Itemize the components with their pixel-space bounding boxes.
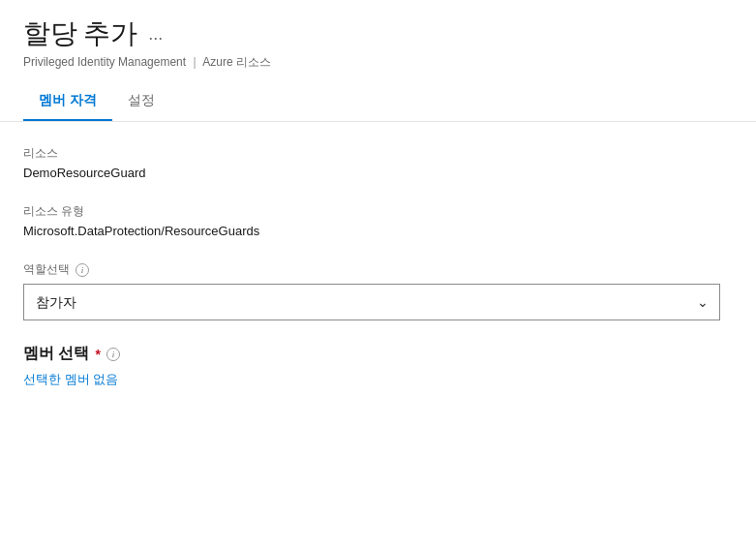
member-select-label-row: 멤버 선택 * i <box>23 344 733 364</box>
resource-type-value: Microsoft.DataProtection/ResourceGuards <box>23 224 733 238</box>
header-ellipsis: ... <box>148 24 163 45</box>
resource-field: 리소스 DemoResourceGuard <box>23 145 733 180</box>
member-select-title: 멤버 선택 <box>23 344 89 364</box>
breadcrumb: Privileged Identity Management | Azure 리… <box>23 54 733 71</box>
resource-label: 리소스 <box>23 145 733 162</box>
breadcrumb-separator: | <box>193 55 196 69</box>
tab-settings[interactable]: 설정 <box>112 82 170 121</box>
tab-bar: 멤버 자격 설정 <box>23 82 733 121</box>
member-select-link[interactable]: 선택한 멤버 없음 <box>23 372 118 386</box>
required-asterisk: * <box>95 347 100 362</box>
main-content: 리소스 DemoResourceGuard 리소스 유형 Microsoft.D… <box>0 122 756 435</box>
member-select-field: 멤버 선택 * i 선택한 멤버 없음 <box>23 344 733 388</box>
role-select-label: 역할선택 <box>23 261 70 278</box>
page-title: 할당 추가 <box>23 15 136 52</box>
breadcrumb-part1: Privileged Identity Management <box>23 55 186 69</box>
resource-value: DemoResourceGuard <box>23 166 733 180</box>
role-select-container: 참가자 소유자 기여자 읽기 권한자 ⌄ <box>23 284 720 320</box>
role-select-label-row: 역할선택 i <box>23 261 733 278</box>
resource-type-label: 리소스 유형 <box>23 203 733 220</box>
member-select-info-icon[interactable]: i <box>106 348 120 361</box>
page-header: 할당 추가 ... Privileged Identity Management… <box>0 0 756 122</box>
role-select-input[interactable]: 참가자 소유자 기여자 읽기 권한자 <box>23 284 720 320</box>
role-select-info-icon[interactable]: i <box>76 263 89 277</box>
breadcrumb-part2: Azure 리소스 <box>202 55 271 69</box>
tab-membership[interactable]: 멤버 자격 <box>23 82 112 121</box>
resource-type-field: 리소스 유형 Microsoft.DataProtection/Resource… <box>23 203 733 238</box>
role-select-field: 역할선택 i 참가자 소유자 기여자 읽기 권한자 ⌄ <box>23 261 733 320</box>
